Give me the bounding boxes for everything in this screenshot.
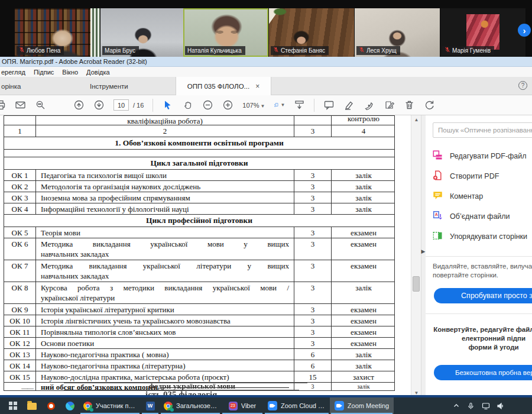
component-name: Педагогіка та психологія вищої школи (36, 170, 294, 180)
component-code: ОК 5 (4, 227, 36, 238)
participant-name: Марія Гуменів (452, 46, 491, 55)
participant-video[interactable]: Любов Пена (15, 8, 100, 57)
taskbar-zoom-window[interactable]: Zoom Meeting (330, 397, 394, 414)
mic-muted-icon (273, 46, 279, 55)
hand-tool-icon[interactable] (182, 99, 193, 111)
participant-name-tag: Стефанія Баняс (271, 46, 329, 55)
notification-badge: 23 (229, 403, 236, 409)
component-credits: 3 (294, 227, 332, 238)
taskbar-chrome-window[interactable]: Участник публика... (79, 397, 141, 414)
taskbar-office-button[interactable] (41, 397, 60, 414)
tool-item-organize-pages[interactable]: Упорядкувати сторінки (433, 227, 532, 247)
zoom-out-icon[interactable] (202, 99, 213, 111)
component-name: Науково-педагогічна практика ( мовна) (36, 349, 294, 360)
component-code: ОК 9 (4, 304, 36, 315)
component-credits: 6 (294, 349, 332, 360)
tool-item-comment[interactable]: Коментар (433, 186, 532, 206)
participant-video[interactable]: Наталія Кульчицька (183, 8, 268, 57)
participant-video[interactable]: Стефанія Баняс (269, 8, 354, 57)
scrolling-mode-icon[interactable] (294, 99, 305, 111)
promo-text-line: електронний підпи (426, 334, 532, 343)
taskbar-chrome-window[interactable]: Загальноземні не... (160, 397, 221, 414)
taskbar-edge-button[interactable] (60, 397, 79, 414)
tray-chevron-up-icon[interactable] (452, 402, 460, 410)
component-name: Методика викладання української літерату… (36, 260, 294, 282)
page-fit-icon[interactable]: ▼ (274, 99, 285, 111)
help-icon[interactable]: ? (518, 81, 527, 90)
fill-sign-tool-icon[interactable] (384, 99, 395, 111)
component-credits: 3 (294, 315, 332, 326)
table-row: ОК 9Історія української літературної кри… (4, 304, 395, 315)
select-tool-icon[interactable] (162, 99, 173, 111)
free-trial-button[interactable]: Безкоштовна пробна версія (434, 365, 532, 380)
vertical-scrollbar[interactable]: ▲ ▼ (411, 115, 421, 397)
taskbar-word-button[interactable]: W (141, 397, 160, 414)
participant-name-tag: Марія Брус (102, 46, 139, 55)
component-code: ОК 12 (4, 338, 36, 348)
component-code: ОК 15 (4, 371, 36, 382)
tab-document[interactable]: ОПП 035 ФІЛОЛО... × (176, 77, 271, 95)
zoom-in-icon[interactable] (222, 99, 233, 111)
tray-speaker-icon[interactable] (496, 402, 505, 410)
comment-tool-icon[interactable] (323, 99, 335, 111)
table-cell (4, 116, 36, 125)
zoom-level-dropdown[interactable]: 107%▼ (242, 102, 265, 109)
tool-item-combine-files[interactable]: AОб’єднати файли (433, 206, 532, 227)
try-now-button[interactable]: Спробувати просто за (434, 288, 532, 303)
highlight-tool-icon[interactable] (343, 99, 355, 111)
component-credits: 3 (294, 338, 332, 348)
taskbar-viber-window[interactable]: 23Viber (221, 397, 264, 414)
page-number-input[interactable]: 10 (113, 99, 129, 111)
scrollbar-thumb[interactable] (413, 276, 420, 292)
next-page-icon[interactable] (93, 99, 105, 111)
tab-home-partial[interactable]: орінка (1, 77, 21, 95)
participant-video[interactable]: Марія Гуменів (440, 8, 525, 57)
component-name-line: української літератури (41, 293, 289, 303)
tab-tools[interactable]: Інструменти (90, 77, 128, 95)
taskbar-file-explorer-button[interactable] (22, 397, 41, 414)
tool-item-create-pdf[interactable]: Створити PDF (433, 166, 532, 186)
table-row: ОК 1Педагогіка та психологія вищої школи… (4, 170, 395, 181)
participant-video[interactable]: Леся Хрущ (355, 8, 440, 57)
office-icon (47, 402, 55, 410)
menu-bar: ереглядПідписВікноДовідка (0, 67, 532, 77)
menu-item-3[interactable]: Вікно (62, 69, 78, 76)
tab-close-icon[interactable]: × (255, 82, 259, 90)
mic-muted-icon (19, 46, 25, 55)
mic-muted-icon (445, 46, 450, 55)
participant-video[interactable]: Марія Брус (100, 8, 186, 57)
delete-tool-icon[interactable] (404, 99, 415, 111)
component-code: ОК 8 (4, 282, 36, 303)
component-control: залік (332, 349, 395, 360)
promo-text-line: Видаляйте, вставляйте, вилучайте (433, 262, 532, 271)
pdf-document-view[interactable]: кваліфікаційна робота)контролю12341. Обо… (0, 115, 411, 397)
component-code: ОК 11 (4, 326, 36, 337)
tray-microphone-icon[interactable] (466, 402, 475, 410)
tools-search-input[interactable] (433, 122, 532, 138)
file-explorer-icon (27, 402, 37, 410)
menu-item-4[interactable]: Довідка (86, 69, 110, 76)
menu-item-1[interactable]: ерегляд (1, 69, 25, 76)
component-control: екзамен (332, 315, 395, 326)
component-code: ОК 7 (4, 260, 36, 282)
print-icon[interactable] (0, 99, 6, 111)
menu-item-2[interactable]: Підпис (34, 69, 54, 76)
component-credits: 3 (294, 181, 332, 192)
scroll-up-icon[interactable]: ▲ (411, 115, 421, 124)
refresh-icon[interactable] (424, 99, 435, 111)
tool-item-edit-pdf[interactable]: Редагувати PDF-файл (433, 146, 532, 166)
component-name-line: навчальних закладах (41, 249, 289, 259)
promo-text-line: Конвертуйте, редагуйте файли PDF (426, 325, 532, 334)
component-code: ОК 13 (4, 349, 36, 360)
search-icon[interactable] (35, 99, 46, 111)
chrome-icon (164, 402, 173, 410)
component-name: Історія української літературної критики (36, 304, 294, 315)
sign-tool-icon[interactable] (364, 99, 375, 111)
taskbar-windows-start-button[interactable] (4, 397, 22, 414)
tray-network-icon[interactable] (481, 402, 490, 410)
previous-page-icon[interactable] (73, 99, 85, 111)
organize-pages-icon (433, 231, 443, 243)
next-participants-button[interactable]: › (518, 24, 531, 37)
taskbar-zoom-window[interactable]: Zoom Cloud Meeti... (264, 397, 330, 414)
email-icon[interactable] (15, 99, 26, 111)
